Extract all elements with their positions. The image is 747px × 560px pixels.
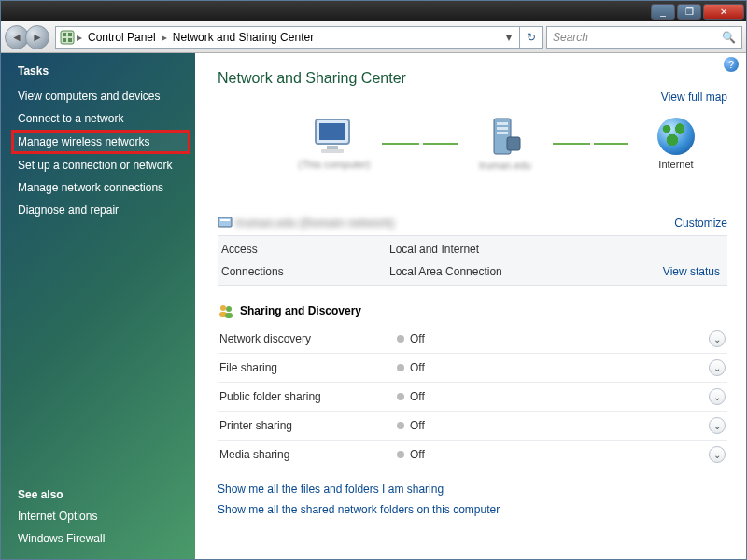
forward-button[interactable]: ► [25, 25, 49, 49]
address-dropdown-icon[interactable]: ▾ [502, 31, 515, 44]
expand-button[interactable]: ⌄ [709, 388, 726, 405]
network-section: truman.edu (Domain network) Customize Ac… [218, 210, 727, 286]
customize-link[interactable]: Customize [674, 217, 727, 230]
svg-rect-1 [63, 33, 66, 36]
location-icon [60, 30, 75, 45]
sharing-row-network-discovery: Network discovery Off ⌄ [218, 325, 727, 354]
sharing-value: Off [410, 361, 709, 374]
seealso-windows-firewall[interactable]: Windows Firewall [1, 527, 195, 550]
view-full-map-link[interactable]: View full map [661, 91, 727, 104]
map-internet-label: Internet [658, 159, 693, 170]
maximize-button[interactable]: ❐ [677, 4, 701, 20]
sharing-key: Printer sharing [219, 419, 397, 432]
sharing-value: Off [410, 419, 709, 432]
task-manage-connections[interactable]: Manage network connections [1, 176, 195, 199]
task-diagnose-repair[interactable]: Diagnose and repair [1, 199, 195, 221]
people-icon [218, 302, 234, 319]
seealso-heading: See also [1, 488, 195, 505]
sharing-key: Public folder sharing [219, 390, 397, 403]
expand-button[interactable]: ⌄ [709, 446, 726, 463]
window: _ ❐ ✕ ◄ ► ▸ Control Panel ▸ Network and … [0, 0, 747, 560]
svg-rect-2 [68, 33, 72, 36]
body: Tasks View computers and devices Connect… [1, 53, 746, 559]
task-connect-network[interactable]: Connect to a network [1, 107, 195, 130]
search-input[interactable]: Search 🔍 [546, 26, 742, 49]
svg-rect-19 [225, 313, 233, 318]
sharing-row-public-folder: Public folder sharing Off ⌄ [218, 383, 727, 412]
refresh-button[interactable]: ↻ [520, 26, 543, 49]
svg-rect-12 [497, 132, 508, 134]
breadcrumb-sep-icon: ▸ [162, 31, 167, 44]
svg-rect-10 [497, 122, 508, 125]
map-node-computer[interactable]: (This computer) [292, 118, 376, 170]
minimize-button[interactable]: _ [651, 4, 675, 20]
access-label: Access [221, 243, 389, 256]
bottom-links: Show me all the files and folders I am s… [218, 480, 727, 520]
tasks-heading: Tasks [18, 64, 195, 77]
map-node-internet[interactable]: Internet [634, 118, 718, 170]
navbar: ◄ ► ▸ Control Panel ▸ Network and Sharin… [1, 21, 746, 53]
network-map: View full map (This computer) truman.edu [218, 96, 727, 199]
sharing-row-printer: Printer sharing Off ⌄ [218, 412, 727, 441]
map-node-network[interactable]: truman.edu [463, 117, 547, 171]
network-info: Access Local and Internet Connections Lo… [218, 235, 727, 286]
monitor-icon [312, 118, 357, 155]
sharing-heading: Sharing and Discovery [218, 302, 727, 319]
globe-icon [657, 118, 695, 155]
svg-rect-3 [63, 38, 66, 42]
task-view-computers[interactable]: View computers and devices [1, 85, 195, 107]
svg-rect-14 [218, 217, 232, 227]
access-value: Local and Internet [389, 243, 720, 256]
breadcrumb-root[interactable]: Control Panel [84, 29, 160, 46]
expand-button[interactable]: ⌄ [709, 359, 726, 376]
address-bar[interactable]: ▸ Control Panel ▸ Network and Sharing Ce… [55, 26, 520, 49]
sharing-list: Network discovery Off ⌄ File sharing Off… [218, 325, 727, 469]
task-setup-connection[interactable]: Set up a connection or network [1, 154, 195, 176]
network-icon [218, 214, 233, 231]
sharing-row-media: Media sharing Off ⌄ [218, 441, 727, 469]
connections-label: Connections [221, 265, 389, 278]
search-placeholder: Search [553, 31, 588, 44]
seealso-internet-options[interactable]: Internet Options [1, 505, 195, 527]
close-button[interactable]: ✕ [703, 4, 744, 20]
search-icon[interactable]: 🔍 [722, 31, 736, 44]
show-folders-link[interactable]: Show me all the shared network folders o… [218, 503, 500, 516]
svg-rect-15 [220, 219, 230, 221]
view-status-link[interactable]: View status [663, 265, 720, 278]
network-name: truman.edu (Domain network) [235, 217, 394, 230]
connections-value: Local Area Connection [389, 265, 663, 278]
titlebar: _ ❐ ✕ [1, 1, 746, 21]
svg-rect-8 [321, 149, 344, 153]
server-icon [488, 117, 522, 156]
breadcrumb-sep-icon: ▸ [77, 31, 82, 44]
sharing-value: Off [410, 448, 709, 461]
svg-rect-7 [327, 146, 338, 149]
status-dot-icon [397, 364, 404, 371]
svg-point-17 [226, 306, 232, 312]
expand-button[interactable]: ⌄ [709, 330, 726, 347]
breadcrumb-current[interactable]: Network and Sharing Center [169, 29, 317, 46]
connection-line-icon [553, 143, 628, 145]
sharing-key: Media sharing [219, 448, 397, 461]
expand-button[interactable]: ⌄ [709, 417, 726, 434]
map-computer-label: (This computer) [298, 159, 370, 170]
status-dot-icon [397, 451, 404, 458]
svg-rect-13 [507, 137, 520, 150]
sharing-value: Off [410, 332, 709, 345]
page-title: Network and Sharing Center [218, 70, 727, 87]
svg-rect-6 [319, 123, 345, 140]
svg-point-16 [220, 305, 226, 311]
help-icon[interactable]: ? [724, 57, 739, 72]
sidebar: Tasks View computers and devices Connect… [1, 53, 195, 559]
sharing-row-file-sharing: File sharing Off ⌄ [218, 354, 727, 383]
task-manage-wireless[interactable]: Manage wireless networks [12, 131, 190, 153]
svg-rect-4 [68, 38, 72, 42]
content: ? Network and Sharing Center View full m… [195, 53, 746, 559]
status-dot-icon [397, 335, 404, 343]
sharing-heading-label: Sharing and Discovery [240, 304, 361, 317]
svg-rect-11 [497, 127, 508, 130]
show-files-link[interactable]: Show me all the files and folders I am s… [218, 483, 444, 496]
sharing-key: File sharing [219, 361, 397, 374]
map-network-label: truman.edu [479, 160, 531, 171]
sharing-key: Network discovery [219, 332, 397, 345]
